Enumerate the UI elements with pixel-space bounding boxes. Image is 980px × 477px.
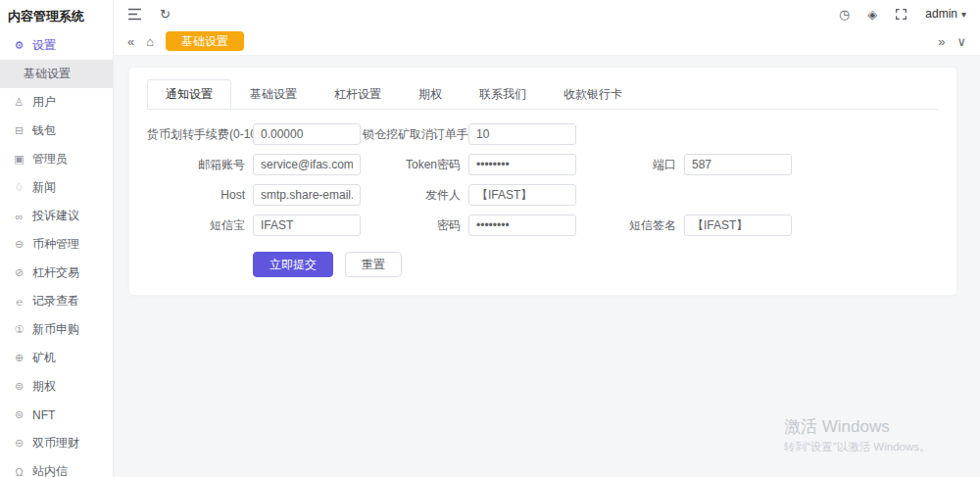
caret-down-icon: ▾ xyxy=(961,9,966,20)
sidebar-item-feedback[interactable]: ∞投诉建议 xyxy=(0,202,113,230)
sidebar-item-wallet[interactable]: ⊟钱包 xyxy=(0,117,113,145)
field-label-transfer-fee: 货币划转手续费(0-100) xyxy=(147,126,253,143)
form-actions: 立即提交 重置 xyxy=(253,252,939,277)
sidebar-item-miner[interactable]: ⊕矿机 xyxy=(0,344,113,372)
watermark-line1: 激活 Windows xyxy=(784,415,931,438)
gear-icon: ⚙ xyxy=(12,39,26,52)
form-row: 邮箱账号Token密码端口 xyxy=(147,154,939,175)
collapse-left-icon[interactable]: « xyxy=(127,35,134,48)
submit-button[interactable]: 立即提交 xyxy=(253,252,333,277)
route-tag-active[interactable]: 基础设置 xyxy=(166,31,244,51)
news-tag-icon: ♢ xyxy=(12,181,26,194)
sidebar-item-label: 记录查看 xyxy=(32,293,79,310)
sidebar-item-label: 新币申购 xyxy=(32,321,79,338)
sidebar-item-leverage[interactable]: ⊘杠杆交易 xyxy=(0,259,113,287)
sidebar-item-nft[interactable]: ⊚NFT xyxy=(0,401,113,429)
nft-icon: ⊚ xyxy=(12,408,26,421)
field-mining-cancel-fee: 锁仓挖矿取消订单手续费% xyxy=(363,123,578,145)
card-tabs: 通知设置基础设置杠杆设置期权联系我们收款银行卡 xyxy=(147,79,939,110)
tab-leverage[interactable]: 杠杆设置 xyxy=(316,79,400,109)
tab-options[interactable]: 期权 xyxy=(400,79,461,109)
sidebar-item-admins[interactable]: ▣管理员 xyxy=(0,145,113,173)
options-icon: ⊜ xyxy=(12,380,26,393)
field-input-mining-cancel-fee[interactable] xyxy=(468,123,576,145)
tab-notify[interactable]: 通知设置 xyxy=(147,79,231,109)
sidebar-item-label: 钱包 xyxy=(32,122,56,139)
fullscreen-icon[interactable] xyxy=(895,8,907,21)
skin-theme-icon[interactable]: ◈ xyxy=(867,8,877,21)
main-column: ↻ ◷ ◈ admin ▾ « ⌂ 基础设置 » ∨ 通知设置基础设置杠杆设置期… xyxy=(114,0,980,477)
sidebar-item-label: 设置 xyxy=(32,37,56,54)
sidebar-item-users[interactable]: ♙用户 xyxy=(0,88,113,117)
field-sms-signature: 短信签名 xyxy=(578,215,794,236)
reset-button[interactable]: 重置 xyxy=(345,252,402,277)
form-row: 短信宝密码短信签名 xyxy=(147,215,939,236)
field-empty xyxy=(578,123,794,145)
chevron-down-icon[interactable]: ∨ xyxy=(956,35,966,48)
sidebar-item-label: 矿机 xyxy=(32,350,56,366)
sidebar-menu: ⚙设置基础设置♙用户⊟钱包▣管理员♢新闻∞投诉建议⊖币种管理⊘杠杆交易℮记录查看… xyxy=(0,31,113,477)
sidebar-item-currency[interactable]: ⊖币种管理 xyxy=(0,230,113,259)
field-label-sms-password: 密码 xyxy=(363,217,468,234)
field-input-sms-password[interactable] xyxy=(468,215,576,236)
field-label-mining-cancel-fee: 锁仓挖矿取消订单手续费% xyxy=(363,126,468,143)
sidebar-item-label: 币种管理 xyxy=(32,236,79,253)
sidebar-item-new-coin[interactable]: ①新币申购 xyxy=(0,315,113,344)
home-icon[interactable]: ⌂ xyxy=(146,35,154,48)
field-token-password: Token密码 xyxy=(363,154,578,175)
tab-contact[interactable]: 联系我们 xyxy=(461,79,545,109)
field-sender: 发件人 xyxy=(363,184,578,206)
sidebar-item-records[interactable]: ℮记录查看 xyxy=(0,287,113,315)
finance-icon: ⊝ xyxy=(12,437,26,450)
field-sms-password: 密码 xyxy=(363,215,578,236)
sidebar: 内容管理系统 ⚙设置基础设置♙用户⊟钱包▣管理员♢新闻∞投诉建议⊖币种管理⊘杠杆… xyxy=(0,0,114,477)
form-row: Host发件人 xyxy=(147,184,939,206)
tab-bankcard[interactable]: 收款银行卡 xyxy=(545,79,641,109)
speedometer-icon[interactable]: ◷ xyxy=(839,8,850,21)
settings-form: 货币划转手续费(0-100)锁仓挖矿取消订单手续费%邮箱账号Token密码端口H… xyxy=(147,123,939,236)
topbar: ↻ ◷ ◈ admin ▾ xyxy=(114,0,980,27)
link-icon: ∞ xyxy=(12,211,26,222)
sidebar-item-label: 管理员 xyxy=(32,151,68,167)
admin-dropdown[interactable]: admin ▾ xyxy=(925,7,966,21)
field-label-port: 端口 xyxy=(578,157,684,173)
field-label-sms-signature: 短信签名 xyxy=(578,217,684,234)
field-input-sms-signature[interactable] xyxy=(684,215,792,236)
field-input-port[interactable] xyxy=(684,154,792,175)
sidebar-item-options[interactable]: ⊜期权 xyxy=(0,372,113,401)
sidebar-item-label: 站内信 xyxy=(32,463,68,477)
sidebar-item-messages[interactable]: Ω站内信 xyxy=(0,457,113,477)
field-input-sender[interactable] xyxy=(468,184,576,206)
field-email-account: 邮箱账号 xyxy=(147,154,363,175)
field-input-smsbao[interactable] xyxy=(253,215,361,236)
field-input-email-account[interactable] xyxy=(253,154,361,175)
field-label-sender: 发件人 xyxy=(363,187,468,204)
new-coin-icon: ① xyxy=(12,323,26,336)
field-input-host[interactable] xyxy=(253,184,361,206)
record-icon: ℮ xyxy=(12,296,26,308)
expand-right-icon[interactable]: » xyxy=(938,35,945,48)
trade-icon: ⊘ xyxy=(12,266,26,279)
sidebar-item-news[interactable]: ♢新闻 xyxy=(0,173,113,202)
field-input-transfer-fee[interactable] xyxy=(253,123,361,145)
sidebar-item-label: 期权 xyxy=(32,378,56,395)
refresh-icon[interactable]: ↻ xyxy=(160,8,171,21)
field-label-host: Host xyxy=(147,188,253,202)
sidebar-item-label: NFT xyxy=(32,408,55,422)
sidebar-item-base-settings[interactable]: 基础设置 xyxy=(0,60,113,88)
windows-activation-watermark: 激活 Windows 转到“设置”以激活 Windows。 xyxy=(784,415,931,454)
sidebar-item-label: 双币理财 xyxy=(32,435,79,452)
sidebar-item-settings[interactable]: ⚙设置 xyxy=(0,31,113,60)
field-transfer-fee: 货币划转手续费(0-100) xyxy=(147,123,363,145)
field-input-token-password[interactable] xyxy=(468,154,576,175)
form-row: 货币划转手续费(0-100)锁仓挖矿取消订单手续费% xyxy=(147,123,939,145)
sidebar-item-dual-finance[interactable]: ⊝双币理财 xyxy=(0,429,113,457)
field-port: 端口 xyxy=(578,154,794,175)
wallet-icon: ⊟ xyxy=(12,124,26,137)
sidebar-item-label: 基础设置 xyxy=(24,66,71,82)
admin-label: admin xyxy=(925,7,957,21)
tab-base[interactable]: 基础设置 xyxy=(231,79,316,109)
field-empty xyxy=(578,184,794,206)
field-label-smsbao: 短信宝 xyxy=(147,217,253,234)
hamburger-collapse-icon[interactable] xyxy=(127,8,142,21)
